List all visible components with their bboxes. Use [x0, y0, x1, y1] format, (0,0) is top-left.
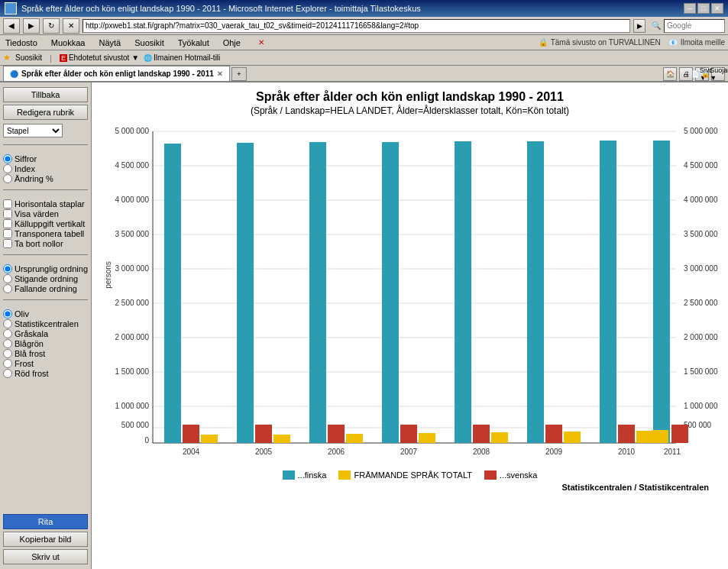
svg-text:2 500 000: 2 500 000 [115, 299, 150, 307]
chart-type-container: Stapel [3, 124, 88, 137]
favorites-suggested[interactable]: E Ehdotetut sivustot ▼ [60, 53, 139, 62]
tab-icon: 🔵 [10, 70, 18, 78]
svg-text:3 000 000: 3 000 000 [115, 264, 150, 273]
radio-stigande[interactable]: Stigande ordning [3, 274, 88, 283]
bar-svenska-2004 [183, 425, 199, 443]
radio-andring[interactable]: Ändring % [3, 174, 88, 183]
radio-fallande[interactable]: Fallande ordning [3, 284, 88, 293]
svg-text:5 000 000: 5 000 000 [684, 127, 718, 135]
divider-2 [3, 189, 88, 190]
svg-text:0: 0 [144, 436, 149, 445]
check-transponera[interactable]: Transponera tabell [3, 229, 88, 238]
bar-svenska-2005 [255, 425, 272, 443]
search-label: 🔍 [652, 21, 661, 30]
edit-button[interactable]: Redigera rubrik [3, 105, 88, 120]
sidebar: Tillbaka Redigera rubrik Stapel Siffror … [0, 82, 92, 569]
menu-suosikit[interactable]: Suosikit [132, 37, 167, 48]
radio-bla-frost[interactable]: Blå frost [3, 349, 88, 358]
menu-muokkaa[interactable]: Muokkaa [49, 37, 88, 48]
svg-text:2008: 2008 [473, 448, 490, 456]
radio-statistikcentralen[interactable]: Statistikcentralen [3, 319, 88, 328]
home-button[interactable]: 🏠 [663, 67, 677, 81]
close-button[interactable]: ✕ [711, 3, 723, 14]
favorites-item1[interactable]: Ehdotetut sivustot ▼ [69, 53, 139, 62]
bar-svenska-2006 [328, 425, 345, 443]
main-content: Tillbaka Redigera rubrik Stapel Siffror … [0, 82, 728, 569]
menu-tiedosto[interactable]: Tiedosto [3, 37, 40, 48]
svg-text:3 000 000: 3 000 000 [684, 264, 718, 273]
bar-frammande-2008 [491, 432, 508, 443]
favorites-item2[interactable]: Ilmainen Hotmail-tili [154, 53, 220, 62]
svg-text:1 500 000: 1 500 000 [684, 367, 718, 376]
window-controls[interactable]: ─ □ ✕ [684, 3, 723, 14]
bar-finska-2007 [382, 142, 399, 443]
svg-text:2 500 000: 2 500 000 [684, 299, 718, 307]
menu-ohje[interactable]: Ohje [221, 37, 243, 48]
minimize-button[interactable]: ─ [684, 3, 696, 14]
active-tab[interactable]: 🔵 Språk efter ålder och kön enligt lands… [3, 66, 230, 81]
refresh-button[interactable]: ↻ [43, 18, 60, 34]
rita-button[interactable]: Rita [3, 514, 88, 529]
radio-graskala[interactable]: Gråskala [3, 329, 88, 338]
search-input[interactable] [664, 19, 725, 33]
check-kalluppgift[interactable]: Källuppgift vertikalt [3, 219, 88, 228]
menu-nayta[interactable]: Näytä [96, 37, 123, 48]
close-icon: ✕ [258, 38, 264, 47]
svg-text:2011: 2011 [664, 448, 681, 456]
svg-text:4 000 000: 4 000 000 [684, 196, 718, 204]
tab-close-button[interactable]: ✕ [217, 70, 223, 78]
bar-frammande-2005 [273, 435, 290, 443]
stop-button[interactable]: ✕ [63, 18, 79, 34]
svg-text:2004: 2004 [183, 448, 200, 456]
safety-button[interactable]: 🔒 Suojaus ▼ [711, 67, 725, 81]
svg-text:2009: 2009 [545, 448, 563, 456]
legend-svenska: ...svenska [484, 470, 538, 480]
radio-oliv[interactable]: Oliv [3, 309, 88, 318]
tab-bar: 🔵 Språk efter ålder och kön enligt lands… [0, 66, 728, 82]
legend-svenska-label: ...svenska [500, 470, 538, 480]
svg-text:1 000 000: 1 000 000 [684, 402, 718, 410]
svg-text:2006: 2006 [328, 448, 345, 456]
radio-rod-frost[interactable]: Röd frost [3, 369, 88, 378]
radio-siffror[interactable]: Siffror [3, 154, 88, 163]
svg-text:2010: 2010 [618, 448, 636, 456]
chart-type-select[interactable]: Stapel [3, 124, 63, 137]
bar-finska-2004 [164, 144, 181, 443]
radio-blagrön[interactable]: Blågrön [3, 339, 88, 348]
new-tab-button[interactable]: + [231, 67, 247, 81]
favorites-label[interactable]: Suosikit [15, 53, 42, 62]
divider-4 [3, 299, 88, 300]
kopierbar-button[interactable]: Kopierbar bild [3, 532, 88, 547]
ie-icon [5, 2, 17, 15]
menu-tyokalut[interactable]: Työkalut [176, 37, 212, 48]
skriv-button[interactable]: Skriv ut [3, 549, 88, 564]
check-horisontala[interactable]: Horisontala staplar [3, 199, 88, 209]
go-button[interactable]: ▶ [633, 19, 645, 33]
chart-area: Språk efter ålder och kön enligt landska… [92, 82, 728, 569]
svg-text:3 500 000: 3 500 000 [684, 230, 718, 238]
forward-button[interactable]: ▶ [23, 18, 40, 34]
favorites-star-icon: ★ [3, 53, 11, 63]
radio-frost[interactable]: Frost [3, 359, 88, 368]
check-visa[interactable]: Visa värden [3, 209, 88, 218]
legend-frammande: FRÄMMANDE SPRÅK TOTALT [338, 470, 471, 480]
back-button[interactable]: ◀ [3, 18, 20, 34]
bottom-buttons: Rita Kopierbar bild Skriv ut [3, 514, 88, 564]
view-options: Siffror Index Ändring % [3, 154, 88, 184]
svg-text:1 000 000: 1 000 000 [115, 402, 150, 410]
bar-frammande-2011 [652, 430, 668, 443]
bar-finska-2008 [455, 141, 471, 443]
security-badge: 🔒 Tämä sivusto on TURVALLINEN 📧 Ilmoita … [539, 38, 725, 47]
svg-text:2007: 2007 [400, 448, 418, 456]
check-tabort[interactable]: Ta bort nollor [3, 239, 88, 248]
bar-frammande-2010 [636, 431, 653, 443]
radio-ursprunglig[interactable]: Ursprunglig ordning [3, 264, 88, 273]
favorites-hotmail[interactable]: 🌐 Ilmainen Hotmail-tili [144, 53, 220, 62]
back-button[interactable]: Tillbaka [3, 87, 88, 102]
bar-frammande-2006 [346, 434, 363, 443]
address-input[interactable] [83, 19, 630, 33]
bar-frammande-2004 [201, 435, 218, 443]
maximize-button[interactable]: □ [697, 3, 710, 14]
radio-siffror-label: Siffror [15, 154, 37, 163]
radio-index[interactable]: Index [3, 164, 88, 173]
